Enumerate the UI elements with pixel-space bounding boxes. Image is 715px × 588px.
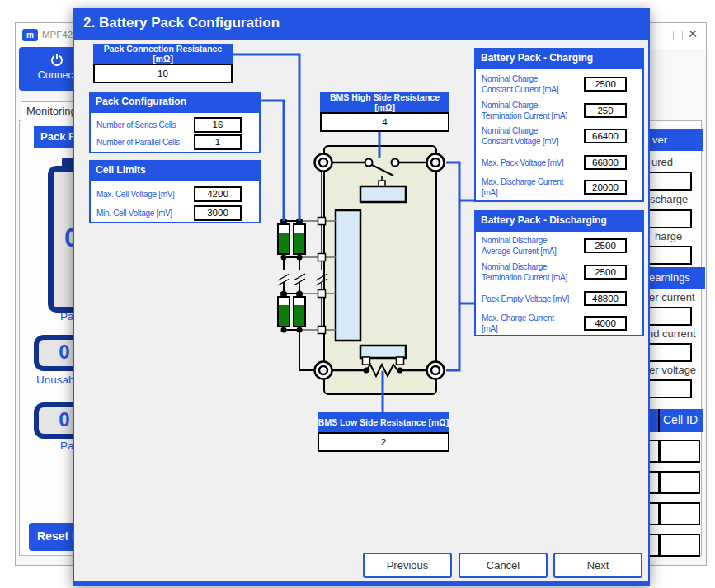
charge-termination-current-row: Nominal Charge Termination Current [mA] … <box>476 100 642 121</box>
series-cells-input[interactable]: 16 <box>194 117 242 133</box>
next-button[interactable]: Next <box>553 553 642 578</box>
charge-termination-current-label: Nominal Charge Termination Current [mA] <box>482 100 584 121</box>
discharge-termination-current-input[interactable]: 2500 <box>584 265 627 280</box>
learnings-header: earnings <box>644 267 705 289</box>
dialog-title: 2. Battery Pack Configuration <box>74 10 648 40</box>
measured-label: ured <box>651 156 673 168</box>
unusable-label: Unusabl <box>36 374 78 386</box>
max-pack-voltage-label: Max. Pack Voltage [mV] <box>482 158 584 168</box>
charge-constant-current-label: Nominal Charge Constant Current [mA] <box>482 73 584 95</box>
measured-input[interactable] <box>645 172 692 191</box>
cell-limits-header: Cell Limits <box>89 160 261 181</box>
max-discharge-current-row: Max. Discharge Current [mA] 20000 <box>476 176 642 198</box>
cell-limits-panel: Cell Limits Max. Cell Voltage [mV] 4200 … <box>89 160 261 223</box>
parallel-cells-row: Number of Parallel Cells 1 <box>91 133 259 151</box>
min-cell-voltage-label: Min. Cell Voltage [mV] <box>96 208 194 219</box>
voltage-input[interactable] <box>645 379 692 398</box>
discharging-header: Battery Pack - Discharging <box>474 210 644 232</box>
charge-input[interactable] <box>645 246 692 265</box>
pack-empty-voltage-label: Pack Empty Voltage [mV] <box>482 294 584 304</box>
min-cell-voltage-row: Min. Cell Voltage [mV] 3000 <box>91 204 259 222</box>
parallel-cells-label: Number of Parallel Cells <box>96 137 194 148</box>
current2-label: nd current <box>647 327 696 340</box>
discharge-average-current-label: Nominal Discharge Average Current [mA] <box>482 235 584 256</box>
pack-configuration-panel: Pack Configuration Number of Series Cell… <box>89 92 261 153</box>
pack-empty-voltage-input[interactable]: 48800 <box>584 291 627 306</box>
bms-low-side-input[interactable]: 2 <box>318 432 449 452</box>
charging-header: Battery Pack - Charging <box>474 48 644 69</box>
pack-empty-voltage-row: Pack Empty Voltage [mV] 48800 <box>476 288 642 309</box>
charge-label: harge <box>655 230 682 242</box>
close-icon[interactable]: × <box>684 25 701 43</box>
maximize-icon[interactable] <box>673 31 683 40</box>
charge-constant-voltage-input[interactable]: 66400 <box>584 129 627 143</box>
battery-pack-charging-panel: Battery Pack - Charging Nominal Charge C… <box>474 48 644 202</box>
battery-pack-configuration-dialog: 2. Battery Pack Configuration <box>73 8 650 586</box>
max-pack-voltage-row: Max. Pack Voltage [mV] 66800 <box>476 152 642 173</box>
discharge-label: scharge <box>650 193 688 205</box>
previous-button[interactable]: Previous <box>363 553 452 578</box>
discharge-average-current-row: Nominal Discharge Average Current [mA] 2… <box>476 235 642 256</box>
pack-configuration-header: Pack Configuration <box>89 92 261 113</box>
max-charge-current-row: Max. Charge Current [mA] 4000 <box>476 313 642 334</box>
max-charge-current-input[interactable]: 4000 <box>584 316 627 331</box>
series-cells-row: Number of Series Cells 16 <box>91 115 259 134</box>
pack-connection-resistance-input[interactable]: 10 <box>93 64 233 83</box>
series-cells-label: Number of Series Cells <box>96 120 194 130</box>
current1-label: er current <box>649 291 695 303</box>
cell-id-header: Cell ID <box>644 409 703 432</box>
charge-constant-voltage-label: Nominal Charge Constant Voltage [mV] <box>482 125 584 147</box>
right-header-1: ver <box>644 129 703 151</box>
parallel-cells-input[interactable]: 1 <box>194 134 242 150</box>
screen: m MPF4279 × Connect Monitoring Pack Re 0… <box>0 0 715 588</box>
circuit-diagram <box>272 140 478 404</box>
max-discharge-current-input[interactable]: 20000 <box>584 180 627 195</box>
bms-high-side-label: BMS High Side Resistance [mΩ] <box>320 92 449 112</box>
microchip-logo-icon: m <box>22 29 38 41</box>
max-cell-voltage-label: Max. Cell Voltage [mV] <box>96 189 194 200</box>
current2-input[interactable] <box>645 343 692 362</box>
max-charge-current-label: Max. Charge Current [mA] <box>482 313 584 334</box>
discharge-input[interactable] <box>645 209 692 228</box>
bms-high-side-input[interactable]: 4 <box>320 112 449 132</box>
discharge-termination-current-row: Nominal Discharge Termination Current [m… <box>476 261 642 283</box>
max-pack-voltage-input[interactable]: 66800 <box>584 155 627 170</box>
bms-low-side-label: BMS Low Side Resistance [mΩ] <box>318 412 449 432</box>
voltage-label: er voltage <box>649 364 696 376</box>
charge-constant-current-row: Nominal Charge Constant Current [mA] 250… <box>476 73 642 95</box>
max-discharge-current-label: Max. Discharge Current [mA] <box>482 176 584 198</box>
max-cell-voltage-row: Max. Cell Voltage [mV] 4200 <box>91 185 259 203</box>
current1-input[interactable] <box>645 307 692 326</box>
charge-constant-current-input[interactable]: 2500 <box>584 77 627 92</box>
min-cell-voltage-input[interactable]: 3000 <box>194 205 242 221</box>
discharge-average-current-input[interactable]: 2500 <box>584 238 627 253</box>
power-icon <box>49 51 65 68</box>
max-cell-voltage-input[interactable]: 4200 <box>194 186 242 202</box>
charge-constant-voltage-row: Nominal Charge Constant Voltage [mV] 664… <box>476 125 642 147</box>
discharge-termination-current-label: Nominal Discharge Termination Current [m… <box>482 261 584 283</box>
cancel-button[interactable]: Cancel <box>459 553 548 578</box>
charge-termination-current-input[interactable]: 250 <box>584 103 627 118</box>
pack-connection-resistance-label: Pack Connection Resistance [mΩ] <box>93 44 233 64</box>
table-divider <box>658 409 660 432</box>
battery-pack-discharging-panel: Battery Pack - Discharging Nominal Disch… <box>474 210 644 336</box>
